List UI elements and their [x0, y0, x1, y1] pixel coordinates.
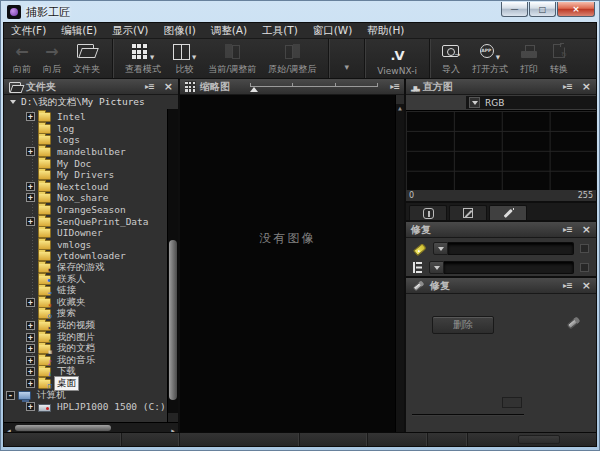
panel-menu-icon[interactable]: ▸≡: [563, 281, 572, 290]
toolbar-button[interactable]: 打印: [514, 39, 544, 78]
panel-menu-icon[interactable]: ▸≡: [563, 225, 572, 234]
scroll-up-icon[interactable]: [396, 95, 404, 104]
tree-item[interactable]: 我的视频: [4, 320, 167, 332]
tree-item[interactable]: 搜索: [4, 308, 167, 320]
tree-root-item[interactable]: D:\我的文档\My Pictures: [4, 95, 178, 109]
tree-item[interactable]: SenQuePrint_Data: [4, 215, 167, 227]
minimize-button[interactable]: —: [501, 2, 528, 17]
tree-item[interactable]: 收藏夹: [4, 297, 167, 309]
chevron-down-icon[interactable]: [10, 100, 16, 104]
tree-item[interactable]: 桌面: [4, 378, 167, 390]
scrollbar-thumb[interactable]: [15, 425, 111, 431]
scroll-down-icon[interactable]: [168, 413, 178, 422]
tree-item[interactable]: 下载: [4, 366, 167, 378]
toolbar-button[interactable]: 转换: [544, 39, 574, 78]
tree-item[interactable]: log: [4, 123, 167, 135]
tag-preset-combo[interactable]: [433, 242, 574, 255]
hierarchy-checkbox[interactable]: [580, 263, 589, 272]
tree-item[interactable]: 计算机: [4, 389, 167, 401]
maximize-button[interactable]: □: [529, 2, 556, 17]
menu-item[interactable]: 调整(A): [211, 24, 247, 38]
tree-item[interactable]: Nox_share: [4, 192, 167, 204]
toolbar-button[interactable]: 查看模式: [112, 39, 167, 78]
expand-toggle-icon[interactable]: [26, 112, 35, 121]
status-button[interactable]: [518, 435, 560, 444]
toolbar-button[interactable]: 打开方式: [466, 39, 514, 78]
menu-item[interactable]: 显示(V): [112, 24, 148, 38]
tree-item[interactable]: Intel: [4, 111, 167, 123]
tab-edit[interactable]: [449, 205, 487, 220]
menu-item[interactable]: 帮助(H): [367, 24, 404, 38]
toolbar-button[interactable]: 当前/调整前: [202, 39, 262, 78]
panel-menu-icon[interactable]: ▸≡: [563, 82, 572, 91]
menu-item[interactable]: 工具(T): [262, 24, 298, 38]
tree-item[interactable]: OrangeSeason: [4, 204, 167, 216]
channel-select[interactable]: RGB: [466, 96, 596, 109]
tree-item[interactable]: 我的音乐: [4, 354, 167, 366]
panel-close-icon[interactable]: ×: [582, 280, 591, 291]
toolbar-button[interactable]: 比较: [167, 39, 202, 78]
tag-checkbox[interactable]: [580, 244, 589, 253]
expand-toggle-icon[interactable]: [26, 182, 35, 191]
tree-item[interactable]: logs: [4, 134, 167, 146]
tree-item[interactable]: ytdownloader: [4, 250, 167, 262]
panel-close-icon[interactable]: ×: [582, 81, 591, 92]
combo-dropdown-icon[interactable]: [429, 261, 444, 274]
size-slider-groove[interactable]: [412, 414, 524, 416]
expand-toggle-icon[interactable]: [26, 321, 35, 330]
size-button[interactable]: [502, 397, 522, 408]
expand-toggle-icon[interactable]: [26, 344, 35, 353]
close-button[interactable]: ×: [557, 2, 595, 17]
menu-item[interactable]: 编辑(E): [61, 24, 97, 38]
toolbar-button[interactable]: 向后: [37, 39, 67, 78]
thumbnail-area[interactable]: 没有图像: [180, 95, 404, 432]
expand-toggle-icon[interactable]: [26, 298, 35, 307]
toolbar-button[interactable]: 原始/调整后: [262, 39, 322, 78]
slider-handle[interactable]: [250, 87, 258, 92]
panel-close-icon[interactable]: ×: [582, 224, 591, 235]
menu-item[interactable]: 窗口(W): [313, 24, 353, 38]
tree-item[interactable]: 我的文档: [4, 343, 167, 355]
expand-toggle-icon[interactable]: [26, 402, 35, 411]
expand-toggle-icon[interactable]: [26, 147, 35, 156]
tree-item[interactable]: My Doc: [4, 157, 167, 169]
chevron-down-icon[interactable]: [469, 97, 480, 108]
tree-item[interactable]: mandelbulber: [4, 146, 167, 158]
expand-toggle-icon[interactable]: [26, 193, 35, 202]
tree-item[interactable]: 链接: [4, 285, 167, 297]
tree-item[interactable]: UIDowner: [4, 227, 167, 239]
vertical-scrollbar[interactable]: [167, 109, 178, 422]
panel-menu-icon[interactable]: ▸≡: [145, 82, 154, 91]
horizontal-scrollbar[interactable]: [4, 422, 178, 432]
expand-toggle-icon[interactable]: [26, 333, 35, 342]
toolbar-button[interactable]: ViewNX-i: [364, 39, 423, 78]
toolbar-button[interactable]: 向前: [7, 39, 37, 78]
title-bar[interactable]: 捕影工匠 — □ ×: [1, 1, 599, 22]
tree-item[interactable]: 我的图片: [4, 331, 167, 343]
panel-menu-icon[interactable]: ▸≡: [390, 82, 399, 91]
combo-field[interactable]: [444, 261, 574, 274]
hierarchy-preset-combo[interactable]: [429, 261, 574, 274]
tab-info[interactable]: [409, 205, 447, 220]
combo-field[interactable]: [448, 242, 574, 255]
toolbar-button[interactable]: [328, 39, 358, 78]
tree-item[interactable]: vmlogs: [4, 239, 167, 251]
combo-dropdown-icon[interactable]: [433, 242, 448, 255]
menu-item[interactable]: 文件(F): [11, 24, 46, 38]
tree-item[interactable]: HPLJP1000 1500 (C:): [4, 401, 167, 413]
thumbnail-size-slider[interactable]: [250, 81, 378, 93]
expand-toggle-icon[interactable]: [26, 379, 35, 388]
panel-close-icon[interactable]: ×: [164, 81, 173, 92]
expand-toggle-icon[interactable]: [6, 391, 15, 400]
tree-item[interactable]: Nextcloud: [4, 181, 167, 193]
expand-toggle-icon[interactable]: [26, 356, 35, 365]
slider-track[interactable]: [250, 86, 378, 87]
tab-retouch[interactable]: [489, 205, 527, 220]
tree-item[interactable]: My Drivers: [4, 169, 167, 181]
delete-button[interactable]: 删除: [432, 316, 494, 334]
toolbar-button[interactable]: 导入: [429, 39, 466, 78]
tree-item[interactable]: 联系人: [4, 273, 167, 285]
vertical-scrollbar[interactable]: [395, 95, 404, 432]
scrollbar-thumb[interactable]: [169, 240, 177, 400]
tree-item[interactable]: 保存的游戏: [4, 262, 167, 274]
